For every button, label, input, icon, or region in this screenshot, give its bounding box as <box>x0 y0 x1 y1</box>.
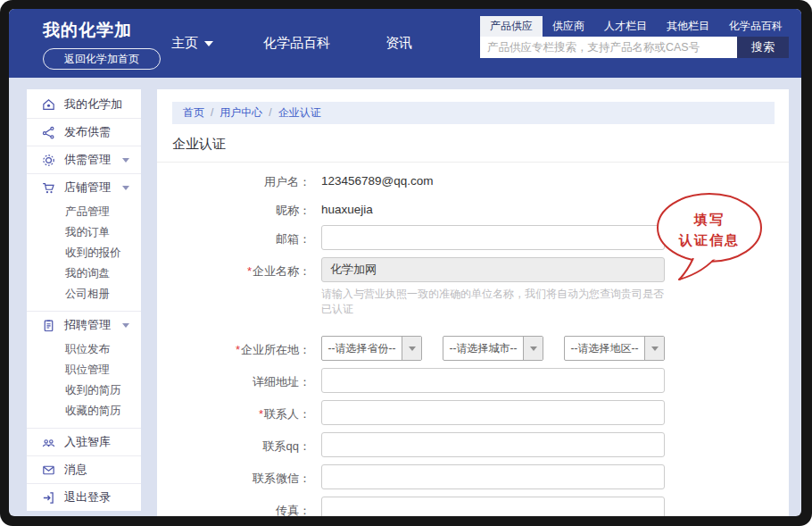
sidebar-subitem-3-0[interactable]: 产品管理 <box>27 202 141 222</box>
form-row-email: 邮箱： <box>157 225 789 250</box>
chevron-down-icon <box>122 323 129 328</box>
form-control-username: 123456789@qq.com <box>321 168 665 188</box>
search-tab-0[interactable]: 产品供应 <box>480 16 543 37</box>
sidebar-item-0[interactable]: 我的化学加 <box>27 91 141 118</box>
sidebar-item-2[interactable]: 供需管理 <box>27 146 141 173</box>
company-name-hint: 请输入与营业执照一致的准确的单位名称，我们将自动为您查询贵司是否已认证 <box>321 287 665 317</box>
sidebar-submenu-3: 产品管理我的订单收到的报价我的询盘公司相册 <box>27 201 141 311</box>
certification-form: 用户名：123456789@qq.com昵称：huaxuejia邮箱：*企业名称… <box>157 163 789 516</box>
search-button[interactable]: 搜索 <box>737 37 789 58</box>
company-location-select-1[interactable]: --请选择城市-- <box>443 336 543 361</box>
form-row-fax: 传真： <box>157 497 789 516</box>
group-icon <box>41 435 56 450</box>
sidebar-subitem-3-4[interactable]: 公司相册 <box>27 284 141 305</box>
sidebar-submenu-4: 职位发布职位管理收到的简历收藏的简历 <box>27 338 141 428</box>
company-location-select-0[interactable]: --请选择省份-- <box>321 336 422 361</box>
breadcrumb-link-0[interactable]: 首页 <box>183 106 204 119</box>
sidebar: 我的化学加发布供需供需管理店铺管理产品管理我的订单收到的报价我的询盘公司相册招聘… <box>27 89 141 511</box>
fax-input[interactable] <box>321 497 665 516</box>
username-value: 123456789@qq.com <box>321 168 434 188</box>
sidebar-subitem-4-1[interactable]: 职位管理 <box>27 360 141 380</box>
sidebar-subitem-3-3[interactable]: 我的询盘 <box>27 263 141 284</box>
gear-icon <box>41 153 56 168</box>
nav-item-2[interactable]: 资讯 <box>385 35 412 52</box>
search-tab-4[interactable]: 化学品百科 <box>719 16 792 37</box>
sidebar-item-label: 我的化学加 <box>64 96 122 113</box>
form-control-nickname: huaxuejia <box>321 196 665 217</box>
form-row-contact-wechat: 联系微信： <box>157 464 789 489</box>
select-value: --请选择城市-- <box>443 337 523 360</box>
sidebar-item-label: 供需管理 <box>64 152 111 168</box>
search-module: 产品供应供应商人才栏目其他栏目化学品百科 搜索 <box>480 16 789 58</box>
company-name-input <box>321 257 665 282</box>
clipboard-icon <box>41 318 56 333</box>
select-arrow-button[interactable] <box>644 337 664 360</box>
sidebar-item-label: 店铺管理 <box>64 180 111 196</box>
contact-wechat-input[interactable] <box>321 464 665 489</box>
sidebar-item-label: 入驻智库 <box>64 434 111 450</box>
required-asterisk: * <box>236 343 240 356</box>
sidebar-subitem-4-3[interactable]: 收藏的简历 <box>27 401 141 422</box>
form-row-address: 详细地址： <box>157 368 789 393</box>
breadcrumb-link-1[interactable]: 用户中心 <box>220 106 262 119</box>
nav-item-0[interactable]: 主页 <box>171 35 213 52</box>
sidebar-item-label: 招聘管理 <box>64 317 111 333</box>
window-frame: 我的化学加 返回化学加首页 主页化学品百科资讯 产品供应供应商人才栏目其他栏目化… <box>0 0 812 526</box>
nickname-value: huaxuejia <box>321 196 373 216</box>
sidebar-item-1[interactable]: 发布供需 <box>27 119 141 146</box>
form-label-contact-person: *联系人： <box>157 400 311 422</box>
logo-title[interactable]: 我的化学加 <box>43 19 161 42</box>
sidebar-subitem-3-2[interactable]: 收到的报价 <box>27 243 141 263</box>
page-body: 我的化学加发布供需供需管理店铺管理产品管理我的订单收到的报价我的询盘公司相册招聘… <box>9 78 801 516</box>
sidebar-subitem-4-0[interactable]: 职位发布 <box>27 339 141 360</box>
sidebar-item-label: 消息 <box>64 462 87 478</box>
form-control-company-name: 请输入与营业执照一致的准确的单位名称，我们将自动为您查询贵司是否已认证 <box>321 257 665 329</box>
form-control-contact-wechat <box>321 464 665 489</box>
form-label-company-name: *企业名称： <box>157 257 311 280</box>
chevron-down-icon <box>651 346 659 351</box>
chevron-down-icon <box>204 41 213 46</box>
sidebar-item-6[interactable]: 消息 <box>27 456 141 483</box>
sidebar-item-5[interactable]: 入驻智库 <box>27 429 141 455</box>
sidebar-item-7[interactable]: 退出登录 <box>27 484 141 511</box>
share-icon <box>41 125 56 140</box>
sidebar-item-3[interactable]: 店铺管理 <box>27 174 141 201</box>
breadcrumb-separator: / <box>211 106 213 119</box>
main-panel: 首页/用户中心/企业认证 企业认证 用户名：123456789@qq.com昵称… <box>157 89 789 516</box>
breadcrumb-link-2[interactable]: 企业认证 <box>278 106 321 119</box>
form-label-email: 邮箱： <box>157 225 311 247</box>
chevron-down-icon <box>530 346 537 351</box>
sidebar-item-4[interactable]: 招聘管理 <box>27 312 141 338</box>
breadcrumb: 首页/用户中心/企业认证 <box>172 102 775 124</box>
form-row-contact-qq: 联系qq： <box>157 432 789 457</box>
top-nav: 主页化学品百科资讯 <box>171 9 412 78</box>
form-row-company-name: *企业名称：请输入与营业执照一致的准确的单位名称，我们将自动为您查询贵司是否已认… <box>157 257 789 329</box>
chevron-down-icon <box>122 186 129 190</box>
form-control-company-location: --请选择省份----请选择城市----请选择地区-- <box>321 336 665 361</box>
location-selects: --请选择省份----请选择城市----请选择地区-- <box>321 336 665 361</box>
sidebar-subitem-4-2[interactable]: 收到的简历 <box>27 380 141 401</box>
search-tab-1[interactable]: 供应商 <box>543 16 594 37</box>
select-arrow-button[interactable] <box>402 337 421 360</box>
search-tab-2[interactable]: 人才栏目 <box>594 16 657 37</box>
search-tab-3[interactable]: 其他栏目 <box>657 16 719 37</box>
cart-icon <box>41 180 56 196</box>
chevron-down-icon <box>122 158 129 163</box>
form-control-address <box>321 368 665 393</box>
email-input[interactable] <box>321 225 665 250</box>
contact-person-input[interactable] <box>321 400 665 425</box>
back-home-button[interactable]: 返回化学加首页 <box>43 48 161 70</box>
company-location-select-2[interactable]: --请选择地区-- <box>564 336 665 361</box>
address-input[interactable] <box>321 368 665 393</box>
select-value: --请选择省份-- <box>322 337 402 360</box>
contact-qq-input[interactable] <box>321 432 665 457</box>
form-label-fax: 传真： <box>157 497 311 516</box>
sidebar-subitem-3-1[interactable]: 我的订单 <box>27 222 141 243</box>
form-row-username: 用户名：123456789@qq.com <box>157 168 789 196</box>
sidebar-item-label: 发布供需 <box>64 124 111 140</box>
required-asterisk: * <box>259 407 263 421</box>
select-arrow-button[interactable] <box>523 337 543 360</box>
nav-item-1[interactable]: 化学品百科 <box>263 35 330 52</box>
nav-item-label: 化学品百科 <box>263 35 330 52</box>
search-input[interactable] <box>480 37 737 58</box>
